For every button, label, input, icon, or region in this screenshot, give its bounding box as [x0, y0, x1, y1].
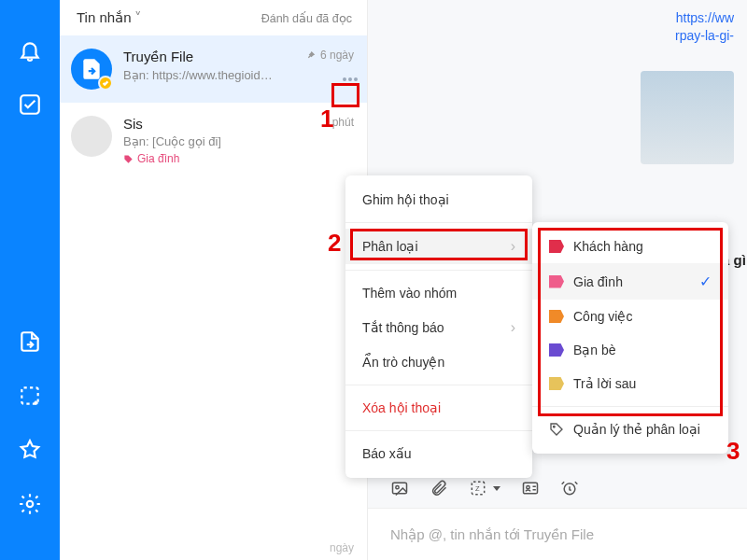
star-icon[interactable]	[17, 437, 43, 463]
gear-icon[interactable]	[17, 491, 43, 517]
menu-hide[interactable]: Ẩn trò chuyện	[345, 345, 532, 379]
screenshot-icon[interactable]: Z	[469, 479, 487, 497]
contact-card-icon[interactable]	[521, 479, 540, 497]
mark-read-link[interactable]: Đánh dấu đã đọc	[261, 11, 352, 25]
conversation-time: phút	[332, 116, 354, 129]
chevron-down-icon: ˅	[134, 9, 142, 26]
verified-badge-icon	[98, 76, 113, 91]
composer-placeholder: Nhập @, tin nhắn tới Truyền File	[390, 526, 594, 543]
conversation-tag: Gia đình	[123, 152, 179, 165]
svg-point-4	[396, 486, 399, 489]
conversation-preview: Bạn: [Cuộc gọi đi]	[123, 134, 356, 148]
context-menu: Ghim hội thoại Phân loại› Thêm vào nhóm …	[345, 175, 532, 478]
message-composer[interactable]: Nhập @, tin nhắn tới Truyền File	[368, 508, 747, 560]
svg-text:Z: Z	[475, 484, 480, 493]
annotation-number: 1	[320, 105, 333, 133]
conversation-list: Tin nhắn ˅ Đánh dấu đã đọc Truyền File B…	[60, 0, 368, 560]
menu-delete[interactable]: Xóa hội thoại	[345, 391, 532, 425]
menu-pin[interactable]: Ghim hội thoại	[345, 183, 532, 217]
attach-icon[interactable]	[430, 479, 448, 497]
message-link[interactable]: https://wwrpay-la-gi-	[675, 9, 734, 45]
avatar-file-icon	[71, 49, 112, 90]
svg-point-8	[527, 486, 529, 489]
svg-point-2	[27, 501, 34, 508]
link-preview-image	[641, 71, 734, 164]
selection-add-icon[interactable]	[17, 383, 43, 409]
menu-mute[interactable]: Tắt thông báo›	[345, 310, 532, 345]
time-stub: ngày	[330, 541, 354, 554]
annotation-number: 2	[328, 229, 341, 258]
menu-report[interactable]: Báo xấu	[345, 437, 532, 470]
checkbox-icon[interactable]	[17, 91, 43, 118]
pin-icon	[306, 50, 317, 61]
tag-icon	[549, 422, 564, 437]
manage-tags[interactable]: Quản lý thẻ phân loại	[532, 413, 728, 446]
svg-point-10	[554, 427, 556, 428]
list-tab[interactable]: Tin nhắn ˅	[77, 9, 142, 26]
alarm-icon[interactable]	[560, 479, 579, 497]
more-menu-icon[interactable]	[343, 77, 358, 81]
annotation-box	[350, 229, 528, 260]
annotation-box	[538, 228, 723, 416]
image-icon[interactable]	[390, 479, 409, 497]
bell-icon[interactable]	[17, 37, 43, 63]
menu-add-group[interactable]: Thêm vào nhóm	[345, 276, 532, 310]
conversation-item[interactable]: Truyền File Bạn: https://www.thegioid… 6…	[60, 35, 367, 103]
conversation-time: 6 ngày	[306, 49, 354, 62]
svg-rect-7	[524, 483, 538, 494]
chevron-down-icon[interactable]	[493, 486, 500, 491]
file-export-icon[interactable]	[17, 329, 43, 355]
avatar-placeholder	[71, 116, 112, 157]
annotation-box	[331, 83, 359, 107]
annotation-number: 3	[726, 437, 740, 466]
chevron-right-icon: ›	[511, 319, 515, 336]
left-rail	[0, 0, 60, 560]
conversation-preview: Bạn: https://www.thegioid…	[123, 68, 356, 82]
